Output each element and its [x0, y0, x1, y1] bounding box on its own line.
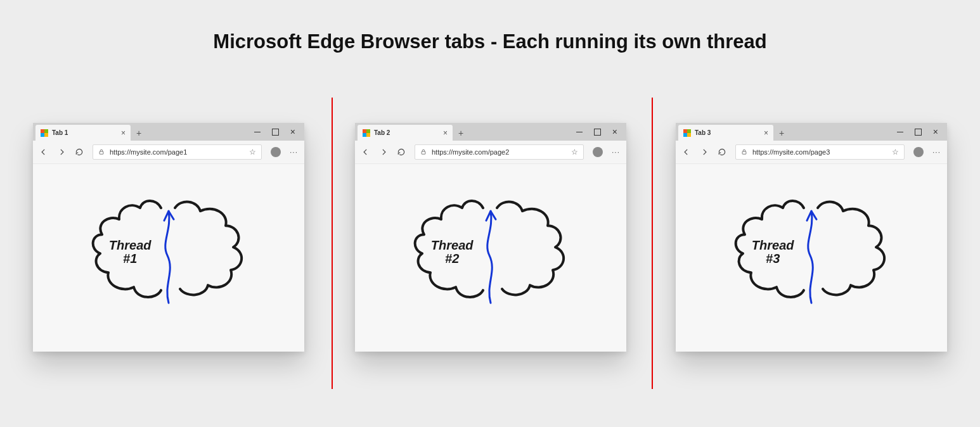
refresh-icon[interactable]: [397, 148, 406, 156]
favorite-icon[interactable]: ☆: [249, 148, 256, 156]
vertical-divider: [332, 98, 333, 389]
ms-logo-icon: [363, 129, 370, 137]
tab-title: Tab 1: [52, 129, 68, 136]
lock-icon: [98, 148, 105, 156]
minimize-icon[interactable]: [897, 132, 903, 132]
more-menu-icon[interactable]: ···: [612, 148, 620, 156]
close-icon[interactable]: ×: [612, 129, 617, 135]
window-titlebar: Tab 1 × + ×: [33, 123, 304, 141]
profile-avatar-icon[interactable]: [913, 147, 924, 157]
thread-label: Thread#3: [752, 239, 794, 265]
close-icon[interactable]: ×: [933, 129, 938, 135]
forward-icon[interactable]: [379, 148, 388, 156]
more-menu-icon[interactable]: ···: [932, 148, 941, 156]
url-input[interactable]: https://mysite.com/page2 ☆: [415, 144, 584, 160]
url-text: https://mysite.com/page1: [110, 148, 244, 156]
svg-rect-2: [742, 151, 746, 154]
ms-logo-icon: [683, 129, 691, 137]
url-text: https://mysite.com/page2: [432, 148, 566, 156]
browser-tab[interactable]: Tab 2 ×: [358, 125, 453, 141]
tab-title: Tab 3: [695, 129, 711, 136]
maximize-icon[interactable]: [915, 129, 922, 136]
page-content: Thread#2: [355, 164, 626, 352]
browser-tab[interactable]: Tab 1 ×: [35, 125, 131, 141]
new-tab-button[interactable]: +: [131, 125, 147, 141]
diagram-title: Microsoft Edge Browser tabs - Each runni…: [0, 0, 980, 53]
forward-icon[interactable]: [700, 148, 709, 156]
thread-label: Thread#1: [109, 239, 152, 265]
refresh-icon[interactable]: [718, 148, 726, 156]
more-menu-icon[interactable]: ···: [290, 148, 298, 156]
favorite-icon[interactable]: ☆: [571, 148, 578, 156]
diagram-stage: Tab 1 × + × https://mysite.com/page1 ☆ ·…: [0, 104, 980, 408]
browser-window: Tab 2 × + × https://mysite.com/page2 ☆ ·…: [355, 123, 626, 351]
browser-tab[interactable]: Tab 3 ×: [678, 125, 773, 141]
forward-icon[interactable]: [57, 148, 66, 156]
minimize-icon[interactable]: [254, 132, 261, 132]
browser-window: Tab 3 × + × https://mysite.com/page3 ☆ ·…: [676, 123, 947, 351]
page-content: Thread#3: [676, 164, 947, 352]
tab-close-icon[interactable]: ×: [443, 129, 448, 137]
window-titlebar: Tab 2 × + ×: [355, 123, 626, 141]
favorite-icon[interactable]: ☆: [892, 148, 899, 156]
back-icon[interactable]: [361, 148, 370, 156]
url-input[interactable]: https://mysite.com/page3 ☆: [735, 144, 905, 160]
back-icon[interactable]: [682, 148, 691, 156]
ms-logo-icon: [41, 129, 48, 137]
url-input[interactable]: https://mysite.com/page1 ☆: [93, 144, 262, 160]
tab-title: Tab 2: [374, 129, 390, 136]
maximize-icon[interactable]: [594, 129, 601, 136]
address-bar: https://mysite.com/page3 ☆ ···: [676, 141, 947, 164]
tab-close-icon[interactable]: ×: [121, 129, 126, 137]
minimize-icon[interactable]: [576, 132, 583, 132]
address-bar: https://mysite.com/page2 ☆ ···: [355, 141, 626, 164]
lock-icon: [741, 148, 747, 156]
thread-label: Thread#2: [431, 239, 474, 265]
svg-rect-1: [422, 151, 425, 154]
browser-window: Tab 1 × + × https://mysite.com/page1 ☆ ·…: [33, 123, 304, 351]
address-bar: https://mysite.com/page1 ☆ ···: [33, 141, 304, 164]
profile-avatar-icon[interactable]: [593, 147, 603, 157]
vertical-divider: [652, 98, 653, 389]
new-tab-button[interactable]: +: [773, 125, 790, 141]
tab-close-icon[interactable]: ×: [764, 129, 768, 137]
close-icon[interactable]: ×: [290, 129, 295, 135]
profile-avatar-icon[interactable]: [271, 147, 281, 157]
back-icon[interactable]: [39, 148, 48, 156]
new-tab-button[interactable]: +: [453, 125, 469, 141]
window-titlebar: Tab 3 × + ×: [676, 123, 947, 141]
page-content: Thread#1: [33, 164, 304, 352]
lock-icon: [420, 148, 427, 156]
maximize-icon[interactable]: [272, 129, 279, 136]
refresh-icon[interactable]: [75, 148, 84, 156]
svg-rect-0: [100, 151, 103, 154]
url-text: https://mysite.com/page3: [752, 148, 887, 156]
